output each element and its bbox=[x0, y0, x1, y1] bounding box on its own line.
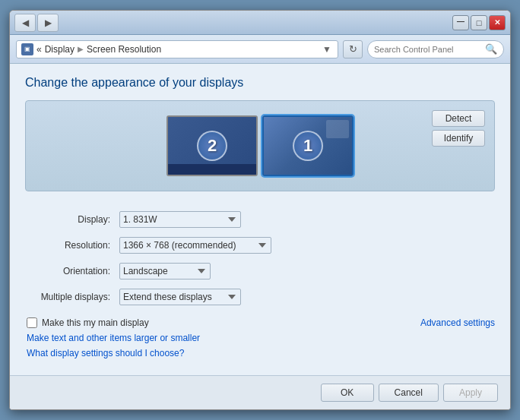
search-icon: 🔍 bbox=[485, 43, 497, 55]
display-thumb-1[interactable]: 1 bbox=[262, 115, 354, 176]
main-display-label: Make this my main display bbox=[42, 317, 149, 328]
orientation-label: Orientation: bbox=[25, 261, 116, 281]
display-number-1: 1 bbox=[293, 131, 323, 161]
identify-button[interactable]: Identify bbox=[432, 130, 485, 147]
apply-button[interactable]: Apply bbox=[443, 384, 498, 402]
display-settings-link[interactable]: What display settings should I choose? bbox=[27, 348, 184, 358]
multiple-displays-label: Multiple displays: bbox=[25, 287, 116, 307]
ok-button[interactable]: OK bbox=[321, 384, 374, 402]
display-preview-area: 2 1 Detect Identify bbox=[25, 100, 495, 191]
resolution-label: Resolution: bbox=[25, 235, 116, 255]
cancel-button[interactable]: Cancel bbox=[379, 384, 439, 402]
resolution-row: Resolution: 1366 × 768 (recommended) 128… bbox=[25, 235, 495, 255]
control-panel-icon: ▣ bbox=[21, 43, 33, 55]
display-number-2: 2 bbox=[197, 131, 227, 161]
path-dropdown-icon[interactable]: ▼ bbox=[321, 43, 333, 55]
back-button[interactable]: ◀ bbox=[14, 14, 36, 32]
link-row-1: Make text and other items larger or smal… bbox=[27, 333, 493, 343]
display-thumb-2[interactable]: 2 bbox=[166, 115, 258, 176]
display-select[interactable]: 1. 831W 2. Generic Monitor bbox=[119, 211, 241, 228]
search-box: 🔍 bbox=[367, 40, 504, 58]
path-separator: ▶ bbox=[78, 45, 84, 53]
main-content: Change the appearance of your displays 2… bbox=[10, 64, 510, 375]
nav-back-forward: ◀ ▶ bbox=[14, 14, 59, 32]
settings-form: Display: 1. 831W 2. Generic Monitor Reso… bbox=[25, 204, 495, 313]
displays-container: 2 1 bbox=[166, 115, 354, 176]
main-window: ◀ ▶ ─ □ ✕ ▣ « Display ▶ Screen Resolutio… bbox=[9, 10, 511, 410]
detect-button[interactable]: Detect bbox=[432, 110, 485, 127]
multiple-displays-select[interactable]: Extend these displays Duplicate these di… bbox=[119, 289, 241, 305]
address-path[interactable]: ▣ « Display ▶ Screen Resolution ▼ bbox=[16, 40, 338, 58]
main-display-checkbox[interactable] bbox=[27, 317, 37, 328]
detect-identify-buttons: Detect Identify bbox=[432, 110, 485, 147]
multiple-displays-row: Multiple displays: Extend these displays… bbox=[25, 287, 495, 307]
advanced-settings-link[interactable]: Advanced settings bbox=[420, 317, 495, 328]
title-bar-buttons: ─ □ ✕ bbox=[452, 15, 506, 30]
search-input[interactable] bbox=[374, 45, 482, 54]
forward-button[interactable]: ▶ bbox=[37, 14, 59, 32]
resolution-select[interactable]: 1366 × 768 (recommended) 1280 × 720 1024… bbox=[119, 237, 271, 254]
maximize-button[interactable]: □ bbox=[471, 15, 487, 30]
path-display: Display bbox=[45, 44, 75, 55]
text-size-link[interactable]: Make text and other items larger or smal… bbox=[27, 333, 200, 343]
page-title: Change the appearance of your displays bbox=[25, 76, 495, 90]
minimize-button[interactable]: ─ bbox=[452, 15, 469, 30]
link-row-2: What display settings should I choose? bbox=[27, 348, 493, 358]
path-prefix: « bbox=[36, 44, 42, 55]
title-bar: ◀ ▶ ─ □ ✕ bbox=[10, 11, 510, 35]
orientation-row: Orientation: Landscape Portrait Landscap… bbox=[25, 261, 495, 281]
close-button[interactable]: ✕ bbox=[489, 15, 506, 30]
bottom-button-bar: OK Cancel Apply bbox=[10, 375, 510, 409]
orientation-select[interactable]: Landscape Portrait Landscape (flipped) P… bbox=[119, 263, 211, 279]
display-row: Display: 1. 831W 2. Generic Monitor bbox=[25, 210, 495, 229]
display-label: Display: bbox=[25, 210, 116, 229]
path-current: Screen Resolution bbox=[87, 44, 161, 55]
refresh-button[interactable]: ↻ bbox=[343, 40, 363, 58]
main-display-row: Make this my main display Advanced setti… bbox=[27, 317, 495, 328]
address-bar: ▣ « Display ▶ Screen Resolution ▼ ↻ 🔍 bbox=[10, 35, 510, 64]
